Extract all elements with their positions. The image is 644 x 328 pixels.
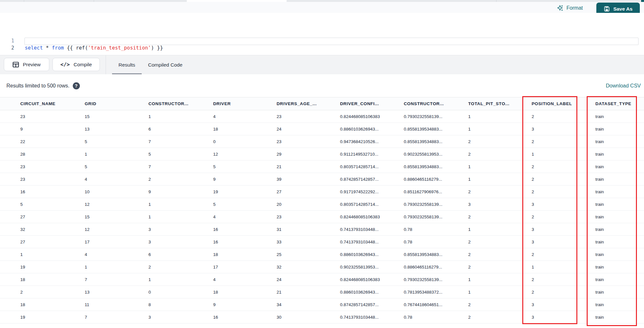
results-info-bar: Results limited to 500 rows. ? Download … — [0, 74, 644, 97]
code-line-1[interactable]: 1 select * from {{ ref('train_test_posit… — [0, 30, 644, 37]
table-cell: train — [595, 277, 644, 282]
table-cell: 3 — [532, 227, 595, 232]
action-panel: Preview </> Compile Results Compiled Cod… — [0, 55, 644, 75]
dbt-ide-window: Format Save As 1 select * from {{ — [0, 0, 644, 328]
table-cell: 1 — [468, 227, 532, 232]
table-cell: 2 — [468, 152, 532, 157]
line-number-2: 2 — [0, 44, 14, 51]
table-cell: 5 — [85, 139, 148, 144]
tab-compiled-code[interactable]: Compiled Code — [142, 55, 189, 75]
table-cell: 32 — [277, 265, 340, 269]
results-table-body: 231514230.8244680851063830.7930232558139… — [0, 110, 644, 323]
table-cell: 2 — [532, 139, 595, 144]
results-table-header: CIRCUIT_NAMEGRIDCONSTRUCTOR...DRIVERDRIV… — [0, 97, 644, 110]
table-cell: 0.7413793103448... — [340, 240, 404, 244]
table-cell: 2 — [532, 189, 595, 194]
table-cell: 3 — [148, 315, 213, 320]
table-cell: 2 — [532, 214, 595, 219]
table-row: 3212316310.7413793103448...0.7813train — [0, 223, 644, 236]
table-cell: 2 — [468, 189, 532, 194]
table-cell: 9 — [213, 177, 277, 182]
table-cell: 24 — [277, 277, 340, 282]
code-line-2[interactable]: 2 — [0, 37, 644, 44]
table-cell: 13 — [85, 290, 148, 295]
table-cell: 1 — [468, 127, 532, 132]
table-row: 281512290.9112149532710...0.902325581395… — [0, 148, 644, 160]
table-cell: train — [595, 127, 644, 132]
help-icon[interactable]: ? — [73, 82, 80, 89]
table-cell: 2 — [468, 302, 532, 307]
table-cell: 1 — [148, 202, 213, 207]
tab-compiled-code-label: Compiled Code — [148, 62, 183, 68]
table-cell: train — [595, 139, 644, 144]
format-button[interactable]: Format — [557, 5, 583, 11]
table-cell: 1 — [468, 177, 532, 182]
table-cell: 1 — [148, 214, 213, 219]
column-header: CONSTRUCTOR... — [148, 101, 213, 106]
sql-editor[interactable]: 1 select * from {{ ref('train_test_posit… — [0, 13, 644, 55]
table-cell: 1 — [468, 114, 532, 119]
table-cell: 0.7413793103448... — [340, 227, 404, 232]
table-cell: 8 — [148, 302, 213, 307]
table-cell: train — [595, 152, 644, 157]
table-cell: 0.9171974522292... — [340, 189, 404, 194]
table-cell: 15 — [85, 114, 148, 119]
table-cell: 12 — [85, 227, 148, 232]
table-cell: 1 — [85, 265, 148, 269]
table-cell: 1 — [532, 265, 595, 269]
table-cell: 0 — [213, 139, 277, 144]
table-cell: 0.9023255813953... — [404, 152, 468, 157]
table-row: 23429390.8742857142857...0.8860465116279… — [0, 173, 644, 186]
compile-button[interactable]: </> Compile — [52, 58, 100, 71]
table-cell: 0.824468085106383 — [340, 114, 404, 119]
table-cell: 1 — [20, 252, 85, 257]
table-cell: 15 — [85, 214, 148, 219]
column-header: TOTAL_PIT_STO... — [468, 101, 532, 106]
table-cell: train — [595, 252, 644, 257]
table-cell: 23 — [20, 164, 85, 169]
table-cell: 18 — [20, 302, 85, 307]
table-cell: 23 — [277, 139, 340, 144]
table-cell: 1 — [85, 152, 148, 157]
table-cell: 0.7674418604651... — [404, 302, 468, 307]
table-cell: 18 — [213, 127, 277, 132]
table-cell: 0.8558139534883... — [404, 164, 468, 169]
table-cell: 2 — [532, 177, 595, 182]
column-header: DRIVER — [213, 101, 277, 106]
table-cell: 31 — [277, 227, 340, 232]
table-cell: 18 — [213, 252, 277, 257]
table-cell: 0.824468085106383 — [340, 277, 404, 282]
preview-button[interactable]: Preview — [4, 58, 49, 71]
table-cell: train — [595, 290, 644, 295]
table-cell: 7 — [148, 164, 213, 169]
table-cell: 0.7813953488372... — [404, 290, 468, 295]
download-csv-link[interactable]: Download CSV — [606, 74, 641, 97]
table-row: 22570230.9473684210526...0.8558139534883… — [0, 135, 644, 148]
table-cell: 29 — [277, 152, 340, 157]
table-cell: 5 — [20, 202, 85, 207]
table-icon — [13, 62, 19, 68]
tab-results[interactable]: Results — [112, 55, 142, 75]
table-row: 231514230.8244680851063830.7930232558139… — [0, 110, 644, 123]
code-icon: </> — [61, 61, 70, 68]
table-cell: 5 — [213, 164, 277, 169]
table-cell: 4 — [213, 114, 277, 119]
table-cell: 5 — [148, 152, 213, 157]
table-cell: 32 — [20, 227, 85, 232]
table-row: 51215200.8035714285714...0.7930232558139… — [0, 198, 644, 211]
table-cell: train — [595, 189, 644, 194]
table-cell: 23 — [20, 177, 85, 182]
table-cell: 0 — [148, 290, 213, 295]
table-cell: 0.7413793103448... — [340, 315, 404, 320]
sql-code: select * from {{ ref('train_test_positio… — [25, 44, 163, 51]
column-header: GRID — [85, 101, 148, 106]
table-cell: 9 — [213, 302, 277, 307]
table-cell: 6 — [148, 252, 213, 257]
table-cell: train — [595, 240, 644, 244]
table-cell: 18 — [213, 290, 277, 295]
table-cell: train — [595, 227, 644, 232]
table-cell: 19 — [20, 315, 85, 320]
table-cell: 23 — [277, 114, 340, 119]
column-header: DRIVERS_AGE_... — [277, 101, 340, 106]
table-cell: 3 — [532, 315, 595, 320]
